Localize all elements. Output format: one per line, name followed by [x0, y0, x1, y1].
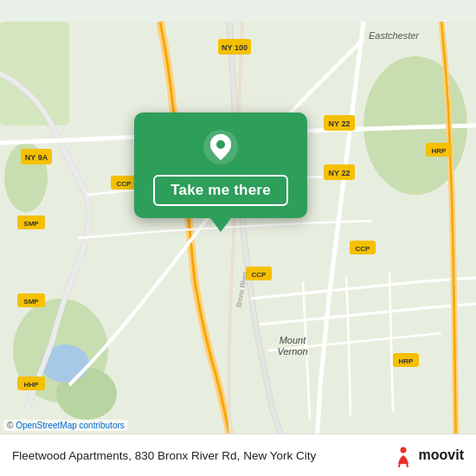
- svg-text:HHP: HHP: [24, 381, 40, 389]
- svg-rect-2: [0, 22, 69, 125]
- svg-text:NY 100: NY 100: [222, 43, 248, 52]
- svg-text:Vernon: Vernon: [277, 346, 307, 357]
- svg-text:SMP: SMP: [23, 220, 39, 228]
- moovit-icon: [391, 443, 415, 467]
- svg-text:CCP: CCP: [356, 245, 371, 253]
- map-background: I 87 NY 100 NY 22 NY 22 NY 9A CCP CCP CC…: [0, 0, 476, 476]
- svg-text:NY 22: NY 22: [329, 119, 351, 128]
- svg-text:HRP: HRP: [399, 357, 415, 365]
- map-popup: Take me there: [134, 113, 307, 218]
- bottom-bar: Fleetwood Apartments, 830 Bronx River Rd…: [0, 434, 476, 476]
- svg-text:CCP: CCP: [252, 271, 267, 279]
- svg-text:NY 22: NY 22: [329, 169, 351, 177]
- svg-text:NY 9A: NY 9A: [25, 153, 48, 162]
- svg-text:HRP: HRP: [432, 147, 447, 155]
- svg-text:Mount: Mount: [280, 335, 307, 345]
- moovit-label: moovit: [419, 447, 464, 463]
- svg-text:CCP: CCP: [117, 180, 132, 188]
- svg-point-39: [216, 140, 225, 149]
- location-pin-icon: [202, 128, 240, 166]
- osm-link[interactable]: OpenStreetMap contributors: [16, 421, 125, 430]
- svg-text:Eastchester: Eastchester: [369, 30, 420, 41]
- osm-text: ©: [7, 421, 16, 430]
- svg-point-41: [400, 447, 406, 453]
- map-container: I 87 NY 100 NY 22 NY 22 NY 9A CCP CCP CC…: [0, 0, 476, 476]
- osm-attribution: © OpenStreetMap contributors: [3, 420, 128, 431]
- address-text: Fleetwood Apartments, 830 Bronx River Rd…: [12, 449, 391, 462]
- svg-text:SMP: SMP: [23, 298, 39, 306]
- take-me-there-button[interactable]: Take me there: [153, 175, 288, 206]
- moovit-logo: moovit: [391, 443, 464, 467]
